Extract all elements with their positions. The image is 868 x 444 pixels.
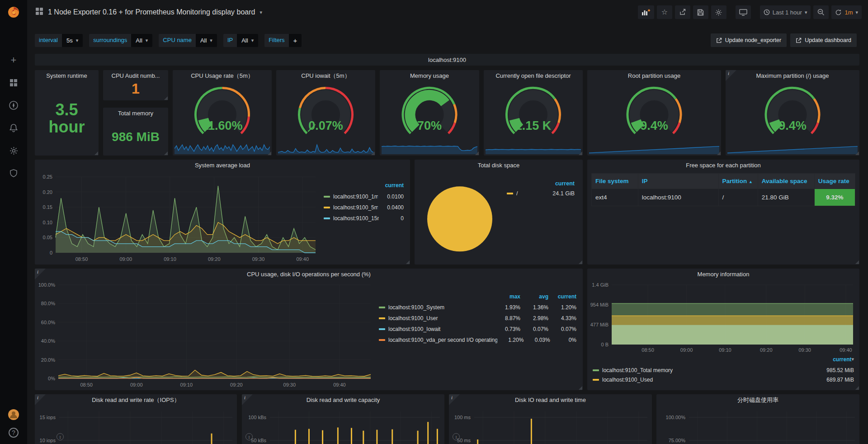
panel-title[interactable]: Root partition usage [587,70,721,81]
gauge: 0.07% [276,80,375,141]
col-header-partition[interactable]: Partition ▲ [718,174,758,189]
panel-title[interactable]: Total memory [103,108,168,118]
chart-legend: max avg current localhost:9100_System 1.… [377,279,583,390]
col-header-usage[interactable]: Usage rate [814,174,855,189]
panel-title[interactable]: Free space for each partition [587,160,859,170]
star-button[interactable]: ☆ [657,5,672,19]
explore-compass-icon[interactable] [8,99,19,111]
panel-title[interactable]: Memory usage [380,70,479,81]
zoom-out-button[interactable] [813,5,829,19]
resize-handle[interactable] [164,151,168,155]
panel-title[interactable]: System average load [35,160,410,170]
panel-title[interactable]: System runtime [35,70,99,81]
var-interval: interval 5s▾ [35,34,83,47]
dashboard-squares-icon[interactable] [35,7,43,17]
legend-item[interactable]: localhost:9100_1m 0.0100 [324,191,404,202]
svg-text:0.07%: 0.07% [308,119,343,132]
resize-handle[interactable] [717,151,721,155]
legend-item[interactable]: localhost:9100_System 1.93% 1.36% 1.20% [379,302,576,313]
axis-scroll-icon[interactable]: ↕ [57,433,64,440]
sort-arrow-icon: ▲ [749,179,753,184]
panel-title[interactable]: Disk read and write rate（IOPS） [35,394,237,405]
legend-item[interactable]: localhost:9100_Iowait 0.73% 0.07% 0.07% [379,324,576,335]
title-caret-icon[interactable]: ▾ [259,9,262,15]
col-header-available[interactable]: Available space [758,174,814,189]
panel-partition-usage-timeshare: 分时磁盘使用率 100.00%75.00% [656,394,859,444]
panel-title[interactable]: Maximum partition (/) usage [726,70,859,81]
legend-item[interactable]: / 24.1 GiB [507,190,575,197]
panel-title[interactable]: Disk IO read and write time [449,394,652,405]
refresh-button[interactable]: 1m ▾ [831,5,862,19]
svg-text:0 B: 0 B [601,342,609,347]
panel-title[interactable]: 分时磁盘使用率 [656,394,859,405]
var-ip-label: IP [223,34,237,47]
panel-info-icon[interactable]: i [449,394,460,405]
share-button[interactable] [675,5,690,19]
cell-partition: / [718,189,758,206]
resize-handle[interactable] [855,151,859,155]
legend-item[interactable]: localhost:9100_Total memory 985.52 MiB [593,365,854,375]
resize-handle[interactable] [371,151,375,155]
time-range-picker[interactable]: Last 1 hour ▾ [760,5,811,19]
legend-item[interactable]: localhost:9100_vda_per second I/O operat… [379,335,576,345]
create-plus-icon[interactable]: + [8,54,19,66]
server-admin-shield-icon[interactable] [8,167,19,179]
panel-title[interactable]: CPU usage, disk I/O operations per secon… [35,269,583,279]
resize-handle[interactable] [94,151,98,155]
var-cpu-name-value[interactable]: All▾ [196,34,217,47]
var-ip-value[interactable]: All▾ [237,34,258,47]
dashboards-icon[interactable] [8,77,19,89]
svg-text:50 kBs: 50 kBs [251,438,266,443]
gauge: 1.15 K [484,80,583,141]
dashboard-title[interactable]: 1 Node Exporter 0.16 + for Prometheus Mo… [48,8,255,16]
panel-title[interactable]: CPU iowait（5m） [276,70,375,81]
alerting-bell-icon[interactable] [8,122,19,134]
panel-title[interactable]: Total disk space [415,160,583,170]
time-range-label: Last 1 hour [773,9,802,16]
var-interval-value[interactable]: 5s▾ [62,34,83,47]
cycle-view-monitor-button[interactable] [736,5,751,19]
user-avatar[interactable] [8,409,19,420]
axis-scroll-icon[interactable]: ↕ [245,433,253,440]
svg-text:09:20: 09:20 [760,347,773,353]
resize-handle[interactable] [164,96,168,100]
save-button[interactable] [693,5,708,19]
resize-handle[interactable] [855,386,859,390]
add-filter-button[interactable]: + [289,34,302,47]
panel-title[interactable]: Disk read and write capacity [242,394,444,405]
resize-handle[interactable] [475,151,479,155]
update-node-exporter-link[interactable]: Update node_exporter [711,33,787,47]
legend-item[interactable]: localhost:9100_15m 0 [324,213,404,224]
axis-scroll-icon[interactable]: ↕ [453,433,460,440]
add-panel-button[interactable] [638,5,654,19]
settings-gear-button[interactable] [711,5,726,19]
resize-handle[interactable] [268,151,271,155]
panel-info-icon[interactable]: i [35,394,46,405]
grafana-logo[interactable] [0,0,27,24]
svg-text:09:40: 09:40 [840,347,852,353]
resize-handle[interactable] [579,260,582,264]
resize-handle[interactable] [406,260,410,264]
resize-handle[interactable] [579,151,582,155]
resize-handle[interactable] [579,386,582,390]
legend-item[interactable]: localhost:9100_5m 0.0400 [324,202,404,213]
var-surroundings-value[interactable]: All▾ [131,34,152,47]
dashboard-row-toggle[interactable]: localhost:9100 [35,54,859,66]
panel-memory-information: Memory information 08:5009:0009:1009:200… [587,269,859,390]
configuration-gear-icon[interactable] [8,145,19,156]
col-header-ip[interactable]: IP [638,174,718,189]
panel-title[interactable]: Currently open file descriptor [484,70,583,81]
panel-disk-io-time: i Disk IO read and write time 100 ms50 m… [449,394,652,444]
panel-info-icon[interactable]: i [726,70,736,81]
col-header-file-system[interactable]: File system [592,174,638,189]
help-icon[interactable]: ? [9,428,19,438]
legend-item[interactable]: localhost:9100_User 8.87% 2.98% 4.33% [379,313,576,324]
svg-text:10 iops: 10 iops [40,438,56,443]
resize-handle[interactable] [855,260,859,264]
panel-info-icon[interactable]: i [35,269,46,279]
panel-title[interactable]: CPU Usage rate（5m） [173,70,272,81]
update-dashboard-link[interactable]: Update dashboard [790,33,857,47]
panel-info-icon[interactable]: i [242,394,253,405]
legend-item[interactable]: localhost:9100_Used 689.87 MiB [593,375,854,384]
panel-title[interactable]: Memory information [587,269,859,279]
